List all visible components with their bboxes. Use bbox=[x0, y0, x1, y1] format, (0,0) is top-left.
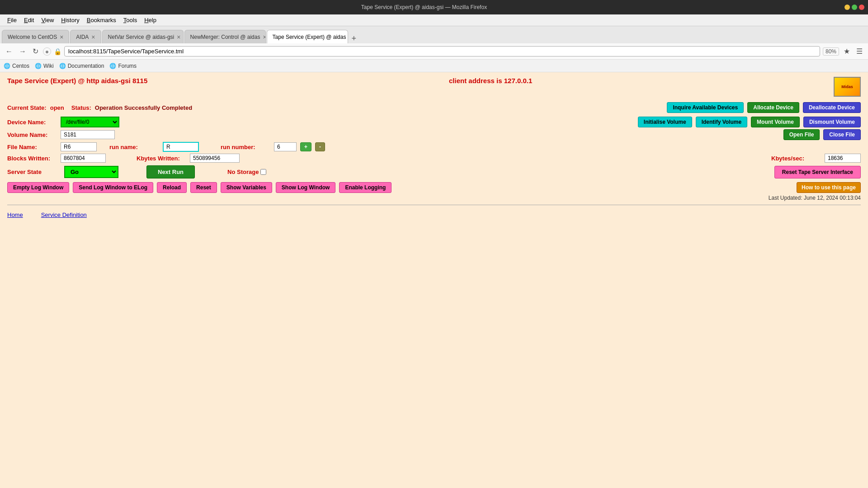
tab-netvar-label: NetVar Service @ aidas-gsi bbox=[108, 34, 175, 40]
tab-bar: Welcome to CentOS × AIDA × NetVar Servic… bbox=[0, 26, 868, 43]
tab-tapeservice[interactable]: Tape Service (Expert) @ aidas × bbox=[267, 30, 348, 43]
lock-icon: 🔒 bbox=[54, 48, 61, 55]
reset-tape-server-button[interactable]: Reset Tape Server Interface bbox=[774, 166, 861, 178]
status-value: Operation Successfully Completed bbox=[95, 104, 192, 111]
open-file-button[interactable]: Open File bbox=[783, 129, 820, 140]
back-button[interactable]: ← bbox=[4, 47, 14, 56]
bookmark-star-button[interactable]: ★ bbox=[842, 46, 852, 56]
deallocate-device-button[interactable]: Deallocate Device bbox=[803, 102, 861, 113]
tab-newmerger[interactable]: NewMerger: Control @ aidas × bbox=[184, 30, 266, 43]
no-storage-container: No Storage bbox=[227, 169, 266, 175]
dismount-volume-button[interactable]: Dismount Volume bbox=[803, 117, 861, 127]
footer-links: Home Service Definition bbox=[7, 209, 861, 221]
show-log-window-button[interactable]: Show Log Window bbox=[276, 182, 336, 193]
action-buttons-row: Empty Log Window Send Log Window to ELog… bbox=[7, 182, 861, 193]
address-bar[interactable] bbox=[64, 46, 820, 56]
page-header: Tape Service (Expert) @ http aidas-gsi 8… bbox=[7, 77, 861, 97]
globe-icon-centos: 🌐 bbox=[4, 63, 10, 69]
forward-button[interactable]: → bbox=[17, 47, 28, 56]
inquire-available-devices-button[interactable]: Inquire Available Devices bbox=[667, 102, 744, 113]
run-name-input[interactable] bbox=[163, 142, 199, 152]
volume-name-row: Volume Name: bbox=[7, 129, 433, 140]
status-label: Status: bbox=[71, 104, 91, 111]
file-name-input[interactable] bbox=[61, 142, 97, 151]
globe-icon-wiki: 🌐 bbox=[35, 63, 42, 69]
no-storage-checkbox[interactable] bbox=[260, 169, 266, 175]
close-button[interactable] bbox=[859, 5, 864, 10]
last-updated: Last Updated: June 12, 2024 00:13:04 bbox=[7, 195, 861, 201]
home-link[interactable]: Home bbox=[7, 211, 23, 218]
blocks-written-label: Blocks Written: bbox=[7, 155, 57, 162]
volume-name-input[interactable] bbox=[61, 130, 115, 139]
initialise-volume-button[interactable]: Initialise Volume bbox=[638, 117, 692, 127]
enable-logging-button[interactable]: Enable Logging bbox=[339, 182, 392, 193]
service-definition-link[interactable]: Service Definition bbox=[41, 211, 87, 218]
menu-help[interactable]: Help bbox=[141, 16, 160, 24]
menu-history[interactable]: History bbox=[57, 16, 83, 24]
tab-welcome[interactable]: Welcome to CentOS × bbox=[2, 30, 69, 43]
tab-aida[interactable]: AIDA × bbox=[70, 30, 101, 43]
page-title: Tape Service (Expert) @ http aidas-gsi 8… bbox=[7, 77, 147, 84]
blocks-kbytes-row: Blocks Written: Kbytes Written: Kbytes/s… bbox=[7, 154, 861, 163]
reload-button[interactable]: Reload bbox=[157, 182, 187, 193]
volume-buttons-row: Initialise Volume Identify Volume Mount … bbox=[435, 117, 861, 127]
identify-volume-button[interactable]: Identify Volume bbox=[696, 117, 747, 127]
run-number-minus-button[interactable]: - bbox=[315, 142, 325, 151]
tab-netvar[interactable]: NetVar Service @ aidas-gsi × bbox=[102, 30, 184, 43]
volume-file-grid: Volume Name: Open File Close File bbox=[7, 129, 861, 140]
tab-newmerger-close[interactable]: × bbox=[263, 33, 265, 41]
bookmark-forums-label: Forums bbox=[118, 63, 137, 69]
globe-icon-docs: 🌐 bbox=[59, 63, 66, 69]
kbytes-written-label: Kbytes Written: bbox=[137, 155, 186, 162]
kbytes-written-input[interactable] bbox=[190, 154, 240, 163]
tab-welcome-label: Welcome to CentOS bbox=[8, 34, 57, 40]
shield-icon: ● bbox=[43, 47, 51, 56]
minimize-button[interactable] bbox=[844, 5, 850, 10]
top-right-buttons: Inquire Available Devices Allocate Devic… bbox=[667, 102, 861, 113]
tab-aida-close[interactable]: × bbox=[91, 33, 95, 41]
menu-button[interactable]: ☰ bbox=[854, 46, 864, 56]
close-file-button[interactable]: Close File bbox=[823, 129, 861, 140]
how-to-use-button[interactable]: How to use this page bbox=[797, 182, 861, 193]
kbytes-sec-input[interactable] bbox=[825, 154, 861, 163]
menu-view[interactable]: View bbox=[38, 16, 57, 24]
bookmark-forums[interactable]: 🌐 Forums bbox=[109, 63, 137, 69]
bookmark-centos[interactable]: 🌐 Centos bbox=[4, 63, 29, 69]
mount-volume-button[interactable]: Mount Volume bbox=[751, 117, 800, 127]
status-row: Current State: open Status: Operation Su… bbox=[7, 102, 861, 113]
reload-nav-button[interactable]: ↻ bbox=[31, 46, 40, 56]
menu-file[interactable]: File bbox=[4, 16, 20, 24]
midas-logo: Midas bbox=[834, 77, 861, 97]
next-run-button[interactable]: Next Run bbox=[146, 165, 195, 178]
run-number-label: run number: bbox=[221, 144, 270, 150]
run-number-input[interactable] bbox=[274, 142, 297, 151]
new-tab-button[interactable]: + bbox=[349, 34, 359, 43]
maximize-button[interactable] bbox=[852, 5, 857, 10]
menu-bookmarks[interactable]: Bookmarks bbox=[83, 16, 120, 24]
device-name-label: Device Name: bbox=[7, 119, 57, 126]
nav-bar: ← → ↻ ● 🔒 80% ★ ☰ bbox=[0, 43, 868, 60]
server-state-select[interactable]: Go bbox=[64, 166, 118, 178]
bookmark-documentation-label: Documentation bbox=[68, 63, 104, 69]
reset-button[interactable]: Reset bbox=[190, 182, 217, 193]
bookmark-wiki[interactable]: 🌐 Wiki bbox=[35, 63, 54, 69]
device-name-row: Device Name: /dev/file/0 bbox=[7, 117, 433, 127]
server-state-row: Server State Go Next Run No Storage Rese… bbox=[7, 165, 861, 178]
tab-newmerger-label: NewMerger: Control @ aidas bbox=[190, 34, 260, 40]
allocate-device-button[interactable]: Allocate Device bbox=[747, 102, 799, 113]
menu-tools[interactable]: Tools bbox=[120, 16, 141, 24]
bookmark-centos-label: Centos bbox=[12, 63, 29, 69]
run-number-plus-button[interactable]: + bbox=[300, 142, 311, 151]
menu-edit[interactable]: Edit bbox=[20, 16, 38, 24]
window-title: Tape Service (Expert) @ aidas-gsi — Mozi… bbox=[4, 4, 844, 10]
bookmark-documentation[interactable]: 🌐 Documentation bbox=[59, 63, 104, 69]
device-name-select[interactable]: /dev/file/0 bbox=[61, 117, 119, 127]
empty-log-window-button[interactable]: Empty Log Window bbox=[7, 182, 69, 193]
tab-netvar-close[interactable]: × bbox=[177, 33, 180, 41]
send-log-window-button[interactable]: Send Log Window to ELog bbox=[73, 182, 153, 193]
window-controls bbox=[844, 5, 864, 10]
tab-welcome-close[interactable]: × bbox=[60, 33, 63, 41]
show-variables-button[interactable]: Show Variables bbox=[221, 182, 272, 193]
no-storage-label: No Storage bbox=[227, 169, 259, 175]
blocks-written-input[interactable] bbox=[61, 154, 106, 163]
